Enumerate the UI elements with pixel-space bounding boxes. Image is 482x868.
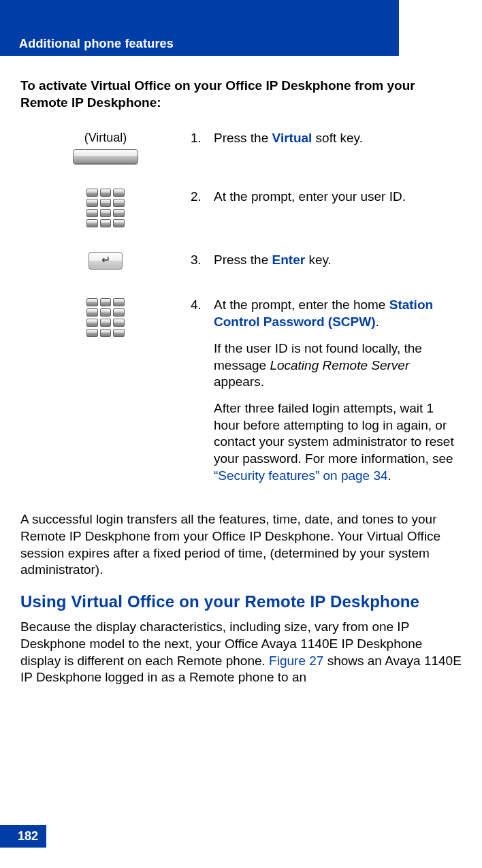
section-heading: Using Virtual Office on your Remote IP D… [20,591,462,612]
enter-key-icon: ↵ [89,252,123,270]
locating-message: Locating Remote Server [270,358,409,372]
step-4-p2-post: appears. [214,374,264,389]
step-3-illustration: ↵ [20,252,191,278]
step-2-text: 2. At the prompt, enter your user ID. [191,189,462,227]
step-4-text: 4. At the prompt, enter the home Station… [191,297,462,494]
step-2-illustration [20,189,191,227]
step-4-pre: At the prompt, enter the home [214,298,389,312]
step-4-p3-post: . [388,468,391,483]
step-3-number: 3. [191,252,214,278]
step-row-1: (Virtual) 1. Press the Virtual soft key. [20,130,462,163]
keypad-icon-2 [86,298,125,337]
header-band: Additional phone features [0,33,399,56]
step-3-pre: Press the [214,253,272,267]
step-3-text: 3. Press the Enter key. [191,252,462,278]
section-paragraph: Because the display characteristics, inc… [20,619,462,686]
step-2-content: At the prompt, enter your user ID. [214,189,462,206]
step-4-body: At the prompt, enter the home Station Co… [214,297,462,494]
step-row-2: 2. At the prompt, enter your user ID. [20,189,462,227]
page-content: To activate Virtual Office on your Offic… [0,56,482,686]
header-title: Additional phone features [19,36,174,52]
step-row-3: ↵ 3. Press the Enter key. [20,252,462,278]
step-row-4: 4. At the prompt, enter the home Station… [20,297,462,494]
step-2-number: 2. [191,189,214,227]
virtual-label: (Virtual) [84,130,127,146]
step-1-body: Press the Virtual soft key. [214,130,462,163]
step-3-body: Press the Enter key. [214,252,462,278]
step-4-number: 4. [191,297,214,494]
intro-heading: To activate Virtual Office on your Offic… [20,78,462,111]
step-4-illustration [20,297,191,494]
enter-link: Enter [272,253,306,267]
step-2-body: At the prompt, enter your user ID. [214,189,462,227]
top-accent-bar [0,0,399,33]
virtual-link: Virtual [272,131,312,145]
step-1-illustration: (Virtual) [20,130,191,163]
step-1-pre: Press the [214,131,272,145]
step-4-p3-pre: After three failed login attempts, wait … [214,401,454,466]
figure-27-link[interactable]: Figure 27 [269,654,323,668]
softkey-icon [73,149,138,164]
step-1-text: 1. Press the Virtual soft key. [191,130,462,163]
step-3-post: key. [305,253,332,267]
keypad-icon [86,189,125,227]
step-1-post: soft key. [312,131,363,145]
step-1-number: 1. [191,130,214,163]
step-4-post: . [376,315,379,329]
security-features-link[interactable]: “Security features” on page 34 [214,468,388,483]
page-number: 182 [0,825,46,848]
body-paragraph: A successful login transfers all the fea… [20,511,462,579]
